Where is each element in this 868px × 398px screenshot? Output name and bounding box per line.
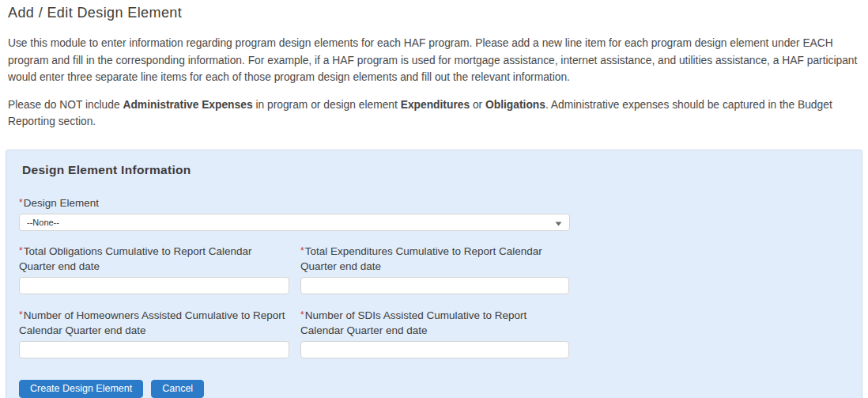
homeowners-assisted-input[interactable] bbox=[19, 341, 289, 358]
field-label-text: Number of SDIs Assisted Cumulative to Re… bbox=[300, 309, 526, 336]
create-design-element-button[interactable]: Create Design Element bbox=[19, 380, 143, 398]
homeowners-assisted-field-group: *Number of Homeowners Assisted Cumulativ… bbox=[19, 308, 289, 358]
note-paragraph: Please do NOT include Administrative Exp… bbox=[8, 97, 862, 131]
design-element-field-group: *Design Element --None-- bbox=[19, 195, 849, 231]
required-marker: * bbox=[19, 309, 23, 320]
sdis-assisted-input[interactable] bbox=[300, 341, 569, 358]
form-actions: Create Design Element Cancel bbox=[19, 380, 849, 398]
design-element-select[interactable]: --None-- bbox=[19, 214, 570, 231]
intro-paragraph: Use this module to enter information reg… bbox=[8, 35, 862, 86]
required-marker: * bbox=[19, 245, 23, 256]
note-text: Please do NOT include bbox=[8, 99, 123, 111]
design-element-label: *Design Element bbox=[19, 195, 849, 210]
homeowners-assisted-label: *Number of Homeowners Assisted Cumulativ… bbox=[19, 308, 289, 338]
total-obligations-field-group: *Total Obligations Cumulative to Report … bbox=[19, 244, 289, 294]
note-bold-expenditures: Expenditures bbox=[401, 99, 470, 111]
assisted-counts-row: *Number of Homeowners Assisted Cumulativ… bbox=[19, 308, 849, 358]
note-text: in program or design element bbox=[253, 99, 401, 111]
note-text: or bbox=[470, 99, 485, 111]
field-label-text: Total Obligations Cumulative to Report C… bbox=[19, 245, 252, 272]
cancel-button[interactable]: Cancel bbox=[151, 380, 204, 398]
required-marker: * bbox=[300, 309, 304, 320]
design-element-information-panel: Design Element Information *Design Eleme… bbox=[6, 150, 862, 398]
field-label-text: Number of Homeowners Assisted Cumulative… bbox=[19, 309, 285, 336]
field-label-text: Total Expenditures Cumulative to Report … bbox=[300, 245, 542, 272]
total-expenditures-field-group: *Total Expenditures Cumulative to Report… bbox=[300, 244, 569, 294]
required-marker: * bbox=[300, 245, 304, 256]
sdis-assisted-label: *Number of SDIs Assisted Cumulative to R… bbox=[300, 308, 569, 338]
total-obligations-input[interactable] bbox=[19, 277, 289, 294]
add-edit-design-element-page: Add / Edit Design Element Use this modul… bbox=[0, 0, 868, 398]
total-obligations-label: *Total Obligations Cumulative to Report … bbox=[19, 244, 289, 274]
note-bold-administrative-expenses: Administrative Expenses bbox=[123, 99, 252, 111]
total-expenditures-input[interactable] bbox=[300, 277, 569, 294]
section-title: Design Element Information bbox=[22, 163, 849, 177]
caret-down-icon bbox=[555, 215, 562, 229]
note-bold-obligations: Obligations bbox=[485, 99, 545, 111]
design-element-selected-value: --None-- bbox=[27, 218, 59, 227]
page-title: Add / Edit Design Element bbox=[8, 5, 860, 21]
total-expenditures-label: *Total Expenditures Cumulative to Report… bbox=[300, 244, 569, 274]
cumulative-totals-row: *Total Obligations Cumulative to Report … bbox=[19, 244, 849, 294]
field-label-text: Design Element bbox=[24, 197, 99, 209]
sdis-assisted-field-group: *Number of SDIs Assisted Cumulative to R… bbox=[300, 308, 569, 358]
required-marker: * bbox=[19, 197, 23, 208]
